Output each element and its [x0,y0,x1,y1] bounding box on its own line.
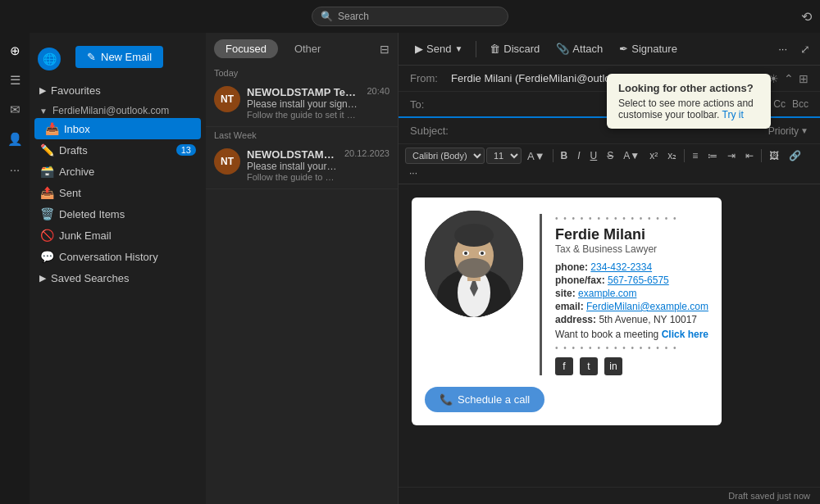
sidebar-item-drafts[interactable]: ✏️ Drafts 13 [30,139,206,161]
cc-button[interactable]: Cc [773,98,786,110]
saved-searches-chevron: ▶ [39,273,46,284]
mail-avatar-2: NT [214,148,240,175]
font-color-button[interactable]: A▼ [523,148,549,164]
more-format-button[interactable]: ··· [405,166,421,180]
search-bar[interactable]: 🔍 Search [312,7,508,26]
outdent-button[interactable]: ⇤ [741,148,758,163]
fmt-sep-1 [553,149,554,162]
rail-home-icon[interactable]: ⊕ [3,39,26,62]
italic-button[interactable]: I [573,148,584,163]
priority-button[interactable]: Priority ▼ [768,125,809,137]
sig-phonefax-label: phone/fax: [555,275,605,286]
social-facebook-icon[interactable]: f [555,357,573,375]
sidebar-item-conversation[interactable]: 💬 Conversation History [30,246,206,267]
schedule-call-button[interactable]: 📞 Schedule a call [425,387,544,412]
notification-icon[interactable]: ⟲ [801,9,812,25]
sig-phone: phone: 234-432-2334 [555,261,708,273]
bullet-list-button[interactable]: ≡ [688,148,702,163]
priority-chevron: ▼ [800,126,809,135]
attach-label: Attach [572,43,603,55]
discard-button[interactable]: 🗑 Discard [483,39,546,58]
from-expand-icon[interactable]: ⊞ [799,72,809,85]
attach-icon: 📎 [556,43,569,55]
image-button[interactable]: 🖼 [765,148,783,163]
inbox-icon: 📥 [44,122,59,135]
account-globe-icon[interactable]: 🌐 [38,48,61,70]
rail-mail-icon[interactable]: ✉ [3,98,26,121]
mail-sender-2: NEWOLDSTAMP Team [247,148,338,161]
highlight-button[interactable]: A▼ [619,148,644,163]
social-linkedin-icon[interactable]: in [604,357,622,375]
social-twitter-icon[interactable]: t [580,357,598,375]
from-collapse-icon[interactable]: ⌃ [784,72,794,85]
numbered-list-button[interactable]: ≔ [704,148,722,163]
tab-focused[interactable]: Focused [214,39,278,58]
sidebar-item-junk[interactable]: 🚫 Junk Email [30,225,206,246]
sig-email-value[interactable]: FerdieMilani@example.com [586,301,708,312]
sig-site-label: site: [555,288,576,299]
favourites-header[interactable]: ▶ Favourites [30,79,206,102]
sig-address: address: 5th Avenue, NY 10017 [555,314,708,325]
sidebar-item-inbox[interactable]: 📥 Inbox [34,118,201,139]
signature-icon: ✒ [619,43,628,55]
mail-item-1[interactable]: NT NEWOLDSTAMP Team Please install your … [206,79,398,127]
svg-point-11 [464,252,467,255]
mail-list-header: Focused Other ⊟ [206,33,398,65]
schedule-icon: 📞 [440,393,453,406]
account-header[interactable]: ▼ FerdieMilani@outlook.com [30,102,206,118]
compose-body[interactable]: • • • • • • • • • • • • • • • Ferdie Mil… [399,184,820,487]
indent-button[interactable]: ⇥ [723,148,740,163]
font-family-select[interactable]: Calibri (Body) [405,148,485,164]
filter-icon[interactable]: ⊟ [380,43,390,56]
new-email-icon: ✎ [87,51,96,63]
sig-phonefax: phone/fax: 567-765-6575 [555,275,708,286]
saved-searches-header[interactable]: ▶ Saved Searches [30,267,206,289]
send-label: Send [426,43,451,55]
rail-dots-icon[interactable]: ··· [3,157,26,180]
more-actions-button[interactable]: ··· [772,39,794,58]
expand-button[interactable]: ⤢ [800,43,810,56]
strikethrough-button[interactable]: S [603,148,617,163]
rail-menu-icon[interactable]: ☰ [3,69,26,92]
try-link[interactable]: Try it [722,109,744,120]
sig-phonefax-value[interactable]: 567-765-6575 [608,275,669,286]
draft-status: Draft saved just now [728,491,810,501]
bold-button[interactable]: B [557,148,572,163]
sig-meeting-link[interactable]: Click here [662,329,708,340]
underline-button[interactable]: U [586,148,602,163]
sidebar-item-sent[interactable]: 📤 Sent [30,182,206,203]
sidebar-item-archive[interactable]: 🗃️ Archive [30,161,206,182]
archive-icon: 🗃️ [39,165,54,178]
status-bar: Draft saved just now [399,487,820,504]
link-button[interactable]: 🔗 [785,148,805,163]
mail-item-2[interactable]: NT NEWOLDSTAMP Team Please install your … [206,142,398,189]
tab-other[interactable]: Other [283,39,333,58]
compose-toolbar: ▶ Send ▼ 🗑 Discard 📎 Attach ✒ Signature … [399,33,820,66]
mail-time-1: 20:40 [367,86,390,120]
rail-people-icon[interactable]: 👤 [3,128,26,151]
sig-photo [425,211,523,317]
bcc-button[interactable]: Bcc [792,98,809,110]
sig-phone-value[interactable]: 234-432-2334 [590,261,652,273]
conversation-label: Conversation History [59,251,158,263]
signature-area: • • • • • • • • • • • • • • • Ferdie Mil… [425,211,708,375]
attach-button[interactable]: 📎 Attach [549,39,609,58]
font-size-select[interactable]: 11 [486,148,522,164]
superscript-button[interactable]: x² [645,148,662,163]
compose-panel: ▶ Send ▼ 🗑 Discard 📎 Attach ✒ Signature … [399,33,820,504]
sig-site-value[interactable]: example.com [578,288,636,299]
signature-label: Signature [631,43,677,55]
mail-preview-2: Follow the guide to set it up Hi Ferdie … [247,172,338,182]
tooltip-body: Select to see more actions and customise… [618,98,759,120]
sig-dots-bottom: • • • • • • • • • • • • • • • [555,343,708,352]
sidebar-item-deleted[interactable]: 🗑️ Deleted Items [30,203,206,225]
signature-button[interactable]: ✒ Signature [613,39,684,58]
discard-label: Discard [503,43,540,55]
send-button[interactable]: ▶ Send ▼ [408,39,469,58]
drafts-icon: ✏️ [39,143,54,157]
new-email-button[interactable]: ✎ New Email [75,46,163,68]
subscript-button[interactable]: x₂ [663,148,681,163]
mail-avatar-1: NT [214,86,240,112]
new-email-label: New Email [101,51,152,63]
toolbar-sep-1 [476,41,476,57]
